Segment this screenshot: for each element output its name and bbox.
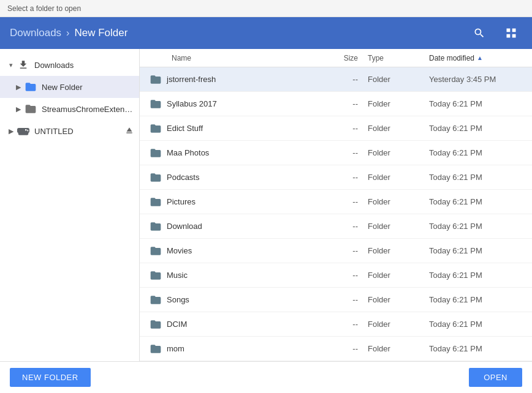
col-header-type[interactable]: Type	[368, 54, 429, 62]
eject-icon[interactable]	[124, 125, 134, 137]
main-content: ▾ Downloads ▶ New Folder ▶	[0, 49, 532, 361]
folder-icon	[145, 220, 167, 233]
row-date: Today 6:21 PM	[429, 173, 527, 182]
table-row[interactable]: Maa Photos -- Folder Today 6:21 PM	[140, 141, 532, 165]
file-rows-container: jstorrent-fresh -- Folder Yesterday 3:45…	[140, 67, 532, 361]
table-row[interactable]: jstorrent-fresh -- Folder Yesterday 3:45…	[140, 67, 532, 92]
row-type: Folder	[368, 197, 429, 206]
expand-icon-untitled: ▶	[5, 127, 17, 135]
hdd-icon	[17, 125, 29, 137]
row-date: Today 6:21 PM	[429, 222, 527, 231]
row-type: Folder	[368, 320, 429, 329]
row-size: --	[306, 246, 368, 255]
row-date: Today 6:21 PM	[429, 197, 527, 206]
row-type: Folder	[368, 344, 429, 353]
sidebar-label-streamus: StreamusChromeExtensi...	[42, 105, 134, 114]
col-header-size[interactable]: Size	[306, 54, 368, 62]
table-row[interactable]: mom -- Folder Today 6:21 PM	[140, 337, 532, 361]
expand-icon-streamus: ▶	[12, 105, 25, 113]
row-name: Songs	[167, 295, 306, 304]
folder-icon	[145, 196, 167, 208]
row-name: Pictures	[167, 197, 306, 206]
header: Downloads › New Folder	[0, 17, 532, 49]
table-row[interactable]: Edict Stuff -- Folder Today 6:21 PM	[140, 116, 532, 141]
folder-icon	[145, 343, 167, 355]
grid-icon	[505, 27, 517, 39]
table-row[interactable]: Movies -- Folder Today 6:21 PM	[140, 239, 532, 263]
row-type: Folder	[368, 173, 429, 182]
sidebar-label-untitled: UNTITLED	[34, 127, 124, 136]
row-size: --	[306, 344, 368, 353]
search-icon	[473, 27, 485, 39]
row-name: jstorrent-fresh	[167, 75, 306, 84]
folder-icon	[145, 147, 167, 159]
table-row[interactable]: Download -- Folder Today 6:21 PM	[140, 214, 532, 239]
row-type: Folder	[368, 222, 429, 231]
folder-icon	[145, 294, 167, 306]
row-date: Today 6:21 PM	[429, 124, 527, 133]
row-type: Folder	[368, 148, 429, 157]
row-name: mom	[167, 344, 306, 353]
col-header-date[interactable]: Date modified ▲	[429, 54, 527, 62]
row-size: --	[306, 124, 368, 133]
folder-icon-streamus	[25, 103, 37, 115]
top-bar-label: Select a folder to open	[7, 4, 81, 13]
sidebar-item-untitled[interactable]: ▶ UNTITLED	[0, 120, 139, 142]
table-row[interactable]: Songs -- Folder Today 6:21 PM	[140, 288, 532, 312]
sidebar-item-downloads[interactable]: ▾ Downloads	[0, 54, 139, 76]
folder-icon	[145, 245, 167, 257]
row-date: Today 6:21 PM	[429, 246, 527, 255]
table-row[interactable]: Syllabus 2017 -- Folder Today 6:21 PM	[140, 92, 532, 116]
breadcrumb-root[interactable]: Downloads	[10, 27, 61, 39]
file-list: Name Size Type Date modified ▲ jstorrent…	[140, 49, 532, 361]
folder-icon	[145, 269, 167, 282]
row-name: DCIM	[167, 320, 306, 329]
folder-icon	[145, 73, 167, 86]
row-type: Folder	[368, 124, 429, 133]
top-bar: Select a folder to open	[0, 0, 532, 17]
sidebar-label-new-folder: New Folder	[42, 83, 134, 92]
row-name: Edict Stuff	[167, 124, 306, 133]
grid-view-button[interactable]	[500, 22, 522, 44]
row-name: Podcasts	[167, 173, 306, 182]
row-type: Folder	[368, 271, 429, 280]
row-size: --	[306, 148, 368, 157]
row-type: Folder	[368, 246, 429, 255]
download-icon	[17, 59, 29, 71]
header-icons	[468, 22, 522, 44]
file-list-header: Name Size Type Date modified ▲	[140, 49, 532, 67]
row-size: --	[306, 320, 368, 329]
expand-icon-new-folder: ▶	[12, 83, 25, 91]
breadcrumb-current: New Folder	[74, 27, 127, 39]
table-row[interactable]: Pictures -- Folder Today 6:21 PM	[140, 190, 532, 214]
row-date: Today 6:21 PM	[429, 344, 527, 353]
breadcrumb-separator: ›	[66, 28, 69, 39]
row-name: Music	[167, 271, 306, 280]
row-date: Yesterday 3:45 PM	[429, 75, 527, 84]
row-name: Maa Photos	[167, 148, 306, 157]
sidebar-item-new-folder[interactable]: ▶ New Folder	[0, 76, 139, 98]
table-row[interactable]: Podcasts -- Folder Today 6:21 PM	[140, 165, 532, 190]
row-name: Syllabus 2017	[167, 99, 306, 108]
sidebar-label-downloads: Downloads	[34, 61, 134, 70]
col-header-name[interactable]: Name	[145, 54, 306, 62]
sidebar-item-streamus[interactable]: ▶ StreamusChromeExtensi...	[0, 98, 139, 120]
row-type: Folder	[368, 75, 429, 84]
row-size: --	[306, 173, 368, 182]
expand-icon-downloads: ▾	[5, 61, 17, 69]
row-type: Folder	[368, 295, 429, 304]
search-button[interactable]	[468, 22, 490, 44]
row-date: Today 6:21 PM	[429, 320, 527, 329]
row-size: --	[306, 99, 368, 108]
folder-icon	[145, 98, 167, 110]
row-date: Today 6:21 PM	[429, 148, 527, 157]
new-folder-button[interactable]: NEW FOLDER	[10, 368, 91, 387]
breadcrumb: Downloads › New Folder	[10, 27, 468, 39]
row-size: --	[306, 197, 368, 206]
table-row[interactable]: Music -- Folder Today 6:21 PM	[140, 263, 532, 288]
row-size: --	[306, 75, 368, 84]
row-size: --	[306, 222, 368, 231]
folder-icon	[145, 122, 167, 135]
table-row[interactable]: DCIM -- Folder Today 6:21 PM	[140, 312, 532, 337]
open-button[interactable]: OPEN	[469, 368, 522, 387]
